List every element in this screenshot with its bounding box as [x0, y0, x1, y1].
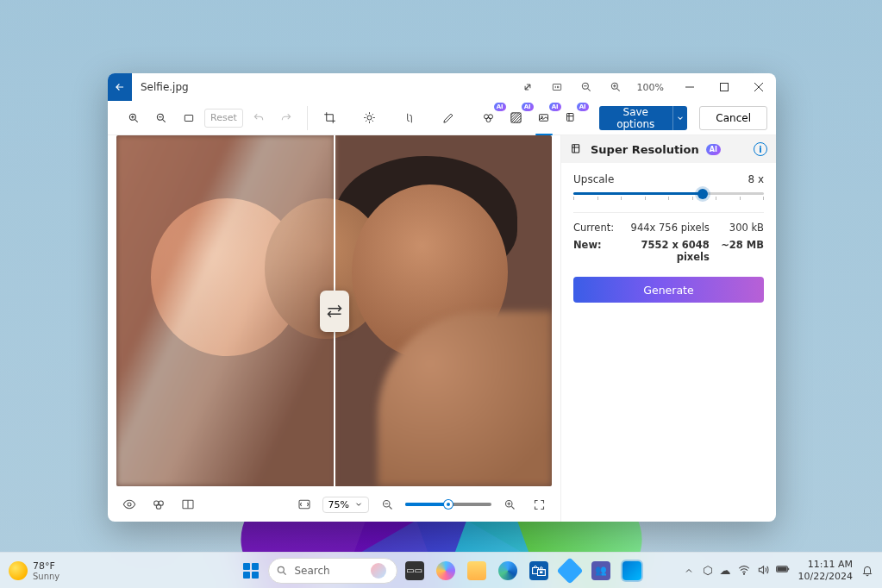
filter-tool[interactable] [397, 106, 422, 130]
notifications-icon[interactable] [861, 565, 873, 577]
save-options-button[interactable]: Save options [599, 106, 688, 130]
copilot-icon[interactable] [432, 557, 460, 585]
compare-handle[interactable] [320, 291, 349, 332]
side-panel: Super Resolution AI i Upscale 8 x Curren… [560, 135, 776, 522]
time-label: 11:11 AM [798, 559, 853, 570]
markup-tool[interactable] [437, 106, 461, 130]
panel-title: Super Resolution [591, 143, 699, 156]
zoom-slider[interactable] [405, 503, 491, 506]
new-label: New: [573, 239, 628, 263]
current-dim: 944x 756 pixels [628, 222, 710, 234]
current-size: 300 kB [710, 222, 764, 234]
fit-tool[interactable] [177, 106, 201, 130]
toolbar: Reset AI AI AI AI Save options Cancel [108, 101, 776, 135]
adjust-tool[interactable] [358, 106, 382, 130]
zoom-in-button[interactable] [603, 74, 629, 100]
fullscreen-icon[interactable] [528, 493, 550, 516]
svg-rect-14 [567, 114, 574, 122]
upscale-slider[interactable] [573, 192, 764, 195]
teams-icon[interactable]: 👥 [587, 557, 615, 585]
canvas-footer: 75% [116, 491, 552, 517]
sync-icon[interactable]: ⬡ [703, 564, 712, 577]
zoom-level-label: 100% [632, 74, 669, 100]
start-button[interactable] [237, 557, 265, 585]
svg-point-24 [278, 566, 284, 572]
search-accent-icon [371, 563, 386, 579]
app-window: Selfie.jpg 100% Reset [108, 73, 776, 522]
redo-button[interactable] [274, 106, 298, 130]
sun-icon [9, 561, 28, 580]
super-resolution-tool[interactable]: AI [532, 106, 556, 130]
svg-rect-23 [572, 145, 579, 153]
zoom-out-tool[interactable] [149, 106, 173, 130]
svg-rect-0 [553, 84, 560, 91]
maximize-button[interactable] [707, 73, 741, 101]
restyle-tool[interactable]: AI [560, 106, 584, 130]
zoom-dropdown[interactable]: 75% [322, 497, 369, 513]
split-view-icon[interactable] [177, 493, 199, 516]
new-size: ~28 MB [710, 239, 764, 263]
condition-label: Sunny [33, 572, 59, 581]
store-icon[interactable]: 🛍 [525, 557, 553, 585]
svg-point-10 [486, 118, 491, 122]
weather-widget[interactable]: 78°F Sunny [9, 560, 59, 581]
photos-icon[interactable] [618, 557, 646, 585]
save-button-label[interactable]: Save options [599, 106, 672, 130]
titlebar: Selfie.jpg 100% [108, 73, 776, 101]
zoom-out-button[interactable] [573, 74, 599, 100]
edge-icon[interactable] [494, 557, 522, 585]
svg-rect-6 [185, 115, 192, 121]
panel-header: Super Resolution AI i [561, 135, 776, 163]
svg-point-7 [367, 116, 372, 120]
onedrive-icon[interactable]: ☁ [720, 564, 731, 577]
erase-tool[interactable]: AI [477, 106, 501, 130]
ai-badge: AI [706, 144, 721, 155]
minimize-button[interactable] [672, 73, 707, 101]
info-icon[interactable]: i [754, 142, 767, 156]
crop-tool[interactable] [318, 106, 342, 130]
save-dropdown[interactable] [672, 106, 688, 130]
zoom-in-tool[interactable] [122, 106, 146, 130]
expand-icon[interactable] [515, 74, 541, 100]
new-dim: 7552 x 6048 pixels [628, 239, 710, 263]
svg-rect-27 [778, 567, 786, 571]
tray-chevron-icon[interactable] [684, 566, 694, 576]
wifi-icon[interactable] [738, 564, 750, 577]
actual-size-icon[interactable] [544, 74, 570, 100]
task-view-icon[interactable]: ▭▭ [401, 557, 428, 585]
canvas-area: 75% [108, 135, 560, 522]
undo-button[interactable] [247, 106, 271, 130]
current-label: Current: [573, 222, 628, 234]
filename-label: Selfie.jpg [141, 81, 515, 93]
explorer-icon[interactable] [463, 557, 491, 585]
svg-point-18 [156, 504, 160, 509]
layers-icon[interactable] [147, 493, 170, 516]
zoom-in-footer[interactable] [498, 493, 521, 516]
search-icon [276, 565, 288, 577]
search-input[interactable]: Search [268, 558, 397, 584]
cancel-button[interactable]: Cancel [699, 106, 767, 130]
back-button[interactable] [108, 73, 132, 101]
eye-icon[interactable] [118, 493, 141, 516]
temp-label: 78°F [33, 560, 59, 572]
fit-screen-icon[interactable] [293, 493, 316, 516]
super-resolution-icon [570, 142, 584, 156]
svg-point-25 [743, 573, 744, 574]
svg-point-15 [128, 503, 131, 506]
svg-rect-3 [721, 84, 729, 91]
background-tool[interactable]: AI [504, 106, 529, 130]
zoom-out-footer[interactable] [376, 493, 398, 516]
upscale-label: Upscale [573, 173, 614, 185]
taskbar: 78°F Sunny Search ▭▭ 🛍 👥 ⬡ ☁ 11:11 AM [0, 552, 882, 588]
battery-icon[interactable] [776, 564, 790, 577]
zoom-value-label: 75% [328, 499, 349, 510]
generate-button[interactable]: Generate [573, 277, 764, 303]
app-icon-1[interactable] [556, 557, 584, 585]
volume-icon[interactable] [757, 564, 769, 577]
close-button[interactable] [741, 73, 776, 101]
reset-button[interactable]: Reset [204, 109, 243, 128]
search-placeholder: Search [295, 565, 330, 577]
image-preview [116, 135, 552, 486]
date-label: 10/22/2024 [798, 571, 853, 582]
clock[interactable]: 11:11 AM 10/22/2024 [798, 559, 853, 581]
